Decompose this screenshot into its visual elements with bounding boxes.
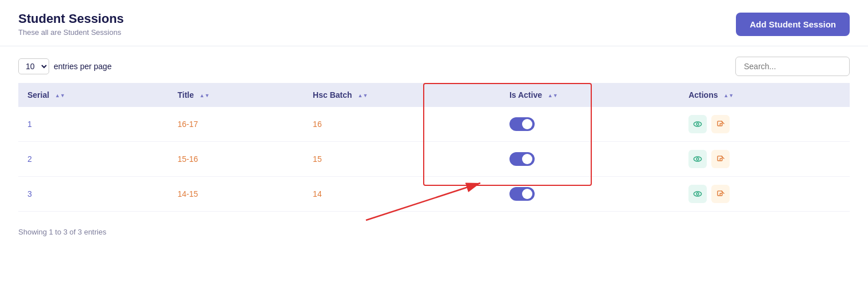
is-active-toggle[interactable] — [509, 152, 535, 166]
cell-serial: 1 — [18, 107, 168, 142]
cell-title: 15-16 — [168, 142, 304, 177]
svg-point-7 — [696, 193, 699, 195]
view-button[interactable] — [688, 115, 707, 133]
table-row: 215-1615 — [18, 142, 850, 177]
entries-label: entries per page — [54, 62, 112, 71]
col-serial: Serial ▲▼ — [18, 83, 168, 107]
svg-point-0 — [694, 122, 701, 126]
edit-button[interactable] — [711, 185, 730, 203]
is-active-toggle[interactable] — [509, 117, 535, 131]
sort-active-icon[interactable]: ▲▼ — [548, 93, 558, 98]
is-active-toggle[interactable] — [509, 187, 535, 201]
table-footer: Showing 1 to 3 of 3 entries — [0, 221, 868, 248]
cell-is-active — [500, 107, 679, 142]
cell-hsc-batch: 16 — [304, 107, 500, 142]
col-title: Title ▲▼ — [168, 83, 304, 107]
cell-is-active — [500, 177, 679, 212]
entries-per-page-wrapper: 10 25 50 entries per page — [18, 58, 112, 74]
sessions-table: Serial ▲▼ Title ▲▼ Hsc Batch ▲▼ Is Act — [18, 83, 850, 212]
cell-actions — [679, 107, 850, 142]
col-actions: Actions ▲▼ — [679, 83, 850, 107]
col-hsc-batch: Hsc Batch ▲▼ — [304, 83, 500, 107]
cell-hsc-batch: 14 — [304, 177, 500, 212]
add-student-session-button[interactable]: Add Student Session — [736, 13, 850, 36]
entries-per-page-select[interactable]: 10 25 50 — [18, 58, 49, 74]
cell-serial: 3 — [18, 177, 168, 212]
table-row: 314-1514 — [18, 177, 850, 212]
search-input[interactable] — [735, 57, 850, 76]
col-is-active: Is Active ▲▼ — [500, 83, 679, 107]
sort-batch-icon[interactable]: ▲▼ — [357, 93, 368, 98]
cell-serial: 2 — [18, 142, 168, 177]
view-button[interactable] — [688, 150, 707, 168]
svg-point-3 — [694, 157, 701, 161]
table-header-row: Serial ▲▼ Title ▲▼ Hsc Batch ▲▼ Is Act — [18, 83, 850, 107]
cell-is-active — [500, 142, 679, 177]
cell-title: 14-15 — [168, 177, 304, 212]
cell-title: 16-17 — [168, 107, 304, 142]
svg-point-6 — [694, 192, 701, 196]
sort-title-icon[interactable]: ▲▼ — [200, 93, 210, 98]
svg-point-1 — [696, 123, 699, 125]
header-left: Student Sessions These all are Student S… — [18, 11, 124, 37]
svg-point-4 — [696, 158, 699, 160]
table-container: Serial ▲▼ Title ▲▼ Hsc Batch ▲▼ Is Act — [0, 83, 868, 221]
view-button[interactable] — [688, 185, 707, 203]
cell-hsc-batch: 15 — [304, 142, 500, 177]
table-row: 116-1716 — [18, 107, 850, 142]
showing-entries-text: Showing 1 to 3 of 3 entries — [18, 228, 106, 236]
page-subtitle: These all are Student Sessions — [18, 28, 124, 37]
edit-button[interactable] — [711, 115, 730, 133]
cell-actions — [679, 142, 850, 177]
sort-serial-icon[interactable]: ▲▼ — [55, 93, 65, 98]
sort-actions-icon[interactable]: ▲▼ — [723, 93, 734, 98]
edit-button[interactable] — [711, 150, 730, 168]
table-controls: 10 25 50 entries per page — [0, 46, 868, 83]
page-header: Student Sessions These all are Student S… — [0, 0, 868, 46]
cell-actions — [679, 177, 850, 212]
page-title: Student Sessions — [18, 11, 124, 26]
